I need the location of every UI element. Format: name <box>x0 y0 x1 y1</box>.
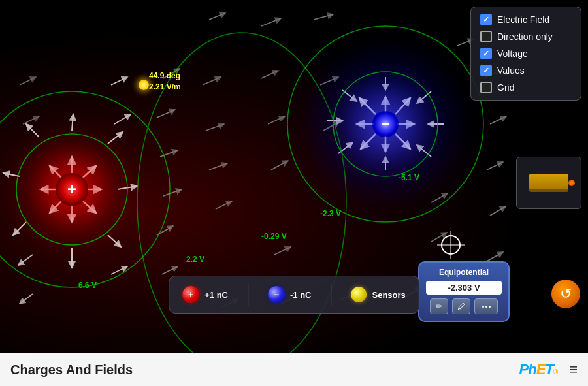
voltage-label-5: -5.1 V <box>399 173 419 182</box>
svg-line-54 <box>206 124 224 131</box>
positive-charge-label: +1 nC <box>204 290 228 300</box>
values-label: Values <box>497 65 525 76</box>
svg-line-67 <box>111 77 127 85</box>
positive-charge-item[interactable]: + +1 nC <box>182 286 228 303</box>
negative-charge-label: -1 nC <box>290 290 312 300</box>
svg-line-58 <box>268 116 285 124</box>
sensors-item[interactable]: Sensors <box>351 287 405 302</box>
app-title: Charges And Fields <box>10 362 133 378</box>
equipotential-buttons: ✏ 🖊 <box>426 298 502 314</box>
sensor-angle: 44.9 deg <box>149 71 181 82</box>
charge-toolbar: + +1 nC − -1 nC Sensors <box>169 276 419 314</box>
voltage-label-2: 2.2 V <box>186 255 204 264</box>
svg-line-34 <box>209 13 225 20</box>
positive-charge[interactable] <box>56 173 88 206</box>
phet-text: PhET® <box>519 361 558 378</box>
svg-line-57 <box>261 71 278 78</box>
svg-line-70 <box>18 255 33 265</box>
svg-line-16 <box>108 132 123 144</box>
svg-line-55 <box>209 163 227 170</box>
ruler-panel[interactable] <box>516 157 581 209</box>
voltage-control[interactable]: Voltage <box>480 48 572 59</box>
svg-line-56 <box>216 201 232 209</box>
svg-line-43 <box>162 266 178 274</box>
grid-checkbox[interactable] <box>480 82 492 93</box>
svg-line-14 <box>108 235 121 247</box>
svg-line-17 <box>72 114 73 131</box>
voltage-label: Voltage <box>497 48 528 59</box>
direction-only-label: Direction only <box>497 31 553 42</box>
svg-line-25 <box>395 134 410 149</box>
crosshair-cursor <box>441 235 461 255</box>
svg-line-71 <box>20 294 33 304</box>
electric-field-control[interactable]: Electric Field <box>480 14 572 25</box>
sensor-ball[interactable] <box>351 287 367 302</box>
voltage-label-4: -2.3 V <box>320 209 341 218</box>
svg-line-26 <box>342 90 357 101</box>
toolbar-divider-1 <box>248 283 248 306</box>
voltage-checkbox[interactable] <box>480 48 492 59</box>
svg-line-24 <box>361 134 376 149</box>
bottom-bar: Charges And Fields PhET® ≡ <box>0 353 588 386</box>
negative-charge-item[interactable]: − -1 nC <box>268 286 312 303</box>
refresh-button[interactable]: ↺ <box>551 280 580 308</box>
svg-line-35 <box>261 18 281 26</box>
sensor-field: 2.21 V/m <box>149 82 181 93</box>
svg-line-32 <box>417 91 431 103</box>
svg-line-46 <box>487 162 503 170</box>
hamburger-menu-icon[interactable]: ≡ <box>569 361 578 378</box>
grid-label: Grid <box>497 82 514 93</box>
ruler-icon <box>529 174 568 192</box>
positive-charge-ball[interactable]: + <box>182 286 199 303</box>
negative-charge[interactable] <box>372 111 399 137</box>
svg-line-30 <box>417 145 431 157</box>
svg-line-39 <box>157 110 175 118</box>
phet-logo: PhET® ≡ <box>519 361 578 378</box>
svg-line-15 <box>118 186 137 189</box>
equi-pencil-button[interactable]: ✏ <box>430 298 448 314</box>
negative-charge-ball[interactable]: − <box>268 286 285 303</box>
sensor-info: 44.9 deg 2.21 V/m <box>149 71 181 93</box>
equipotential-panel: Equipotential -2.303 V ✏ 🖊 <box>418 261 510 322</box>
svg-line-59 <box>271 161 288 170</box>
svg-line-65 <box>20 77 36 85</box>
electric-field-checkbox[interactable] <box>480 14 492 25</box>
svg-line-12 <box>13 222 26 235</box>
svg-line-23 <box>395 98 410 114</box>
svg-line-22 <box>359 98 376 114</box>
svg-line-69 <box>111 266 127 274</box>
values-checkbox[interactable] <box>480 65 492 76</box>
toolbar-divider-2 <box>331 283 331 306</box>
electric-field-label: Electric Field <box>497 14 549 25</box>
voltage-label-3: -0.29 V <box>261 232 287 241</box>
simulation-canvas: 44.9 deg 2.21 V/m 6.6 V 2.2 V -0.29 V -2… <box>0 0 588 353</box>
equi-menu-button[interactable] <box>474 298 498 314</box>
sensor-dot[interactable] <box>139 80 149 90</box>
equipotential-value: -2.303 V <box>426 281 502 295</box>
svg-line-11 <box>3 173 20 176</box>
direction-only-control[interactable]: Direction only <box>480 31 572 42</box>
svg-line-41 <box>163 189 182 196</box>
values-control[interactable]: Values <box>480 65 572 76</box>
svg-line-60 <box>274 247 291 255</box>
svg-line-42 <box>157 226 173 235</box>
svg-line-40 <box>160 150 178 157</box>
svg-line-36 <box>314 14 333 20</box>
svg-line-10 <box>26 124 39 137</box>
grid-control[interactable]: Grid <box>480 82 572 93</box>
svg-line-53 <box>203 77 221 85</box>
voltage-label-1: 6.6 V <box>78 281 97 290</box>
equipotential-title: Equipotential <box>426 268 502 277</box>
svg-line-66 <box>23 116 39 124</box>
svg-line-63 <box>431 193 448 202</box>
svg-line-62 <box>323 121 340 131</box>
direction-only-checkbox[interactable] <box>480 31 492 42</box>
equi-eraser-button[interactable]: 🖊 <box>452 298 470 314</box>
svg-line-61 <box>320 77 338 85</box>
svg-line-47 <box>490 206 506 216</box>
svg-line-68 <box>114 114 131 124</box>
controls-panel: Electric Field Direction only Voltage Va… <box>470 7 581 101</box>
svg-line-48 <box>487 252 503 261</box>
svg-line-45 <box>490 116 506 124</box>
svg-line-28 <box>338 142 353 153</box>
